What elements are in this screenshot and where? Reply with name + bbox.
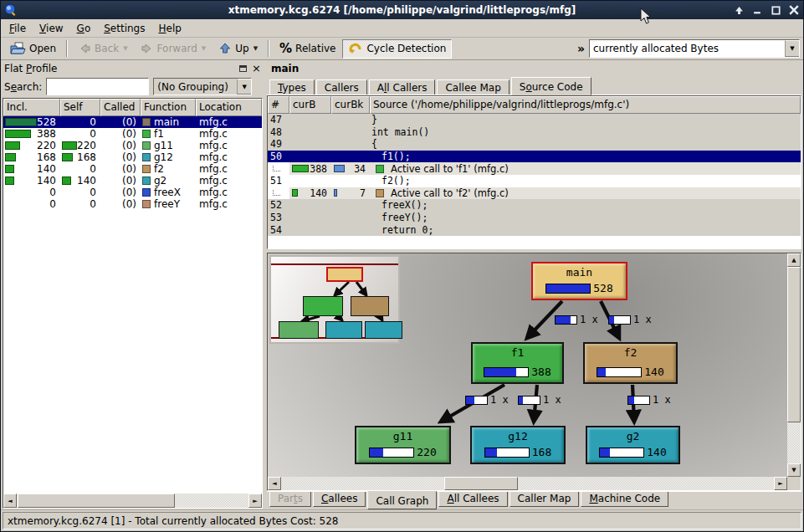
menu-view[interactable]: View <box>33 21 69 36</box>
scroll-right-icon[interactable]: ► <box>774 477 787 490</box>
label-post: elp <box>166 23 182 34</box>
menu-help[interactable]: Help <box>151 21 187 36</box>
source-line-48[interactable]: 48int main() <box>268 126 801 139</box>
scroll-left-icon[interactable]: ◄ <box>268 477 281 490</box>
toolbar-overflow-chevron[interactable]: » <box>574 42 588 55</box>
line-number: 50 <box>268 151 289 163</box>
tab-callers[interactable]: Callers <box>316 79 367 95</box>
forward-dropdown-icon[interactable]: ▼ <box>202 45 206 52</box>
tab-all-callees[interactable]: All Callees <box>438 491 507 507</box>
graph-node-f2[interactable]: f2140 <box>583 342 678 384</box>
incl-cell: 528 <box>3 116 60 128</box>
graph-node-g2[interactable]: g2140 <box>586 426 680 464</box>
column-header-incl[interactable]: Incl. <box>3 99 60 116</box>
dock-header[interactable]: Flat Profile × <box>3 61 263 75</box>
flat-profile-hscrollbar[interactable]: ◄ ► <box>3 494 262 508</box>
tab-call-graph[interactable]: Call Graph <box>367 491 437 509</box>
table-row-freeY[interactable]: 00(0)freeYmfg.c <box>3 198 262 210</box>
menu-go[interactable]: Go <box>70 21 98 36</box>
source-line-53[interactable]: 53freeY(); <box>268 212 801 224</box>
up-dropdown-icon[interactable]: ▼ <box>253 45 258 52</box>
table-row-f1[interactable]: 3880(0)f1mfg.c <box>3 128 262 140</box>
tab-all-callers[interactable]: All Callers <box>369 79 436 95</box>
edge-call-count: 1 x <box>543 394 561 406</box>
tab-source-code[interactable]: Source Code <box>511 77 591 95</box>
dock-float-icon[interactable] <box>239 65 247 72</box>
open-button[interactable]: Open <box>4 39 62 59</box>
source-line-52[interactable]: 52freeX(); <box>268 199 801 212</box>
table-row-f2[interactable]: 1400(0)f2mfg.c <box>3 163 262 175</box>
column-header-line[interactable]: # <box>268 96 289 114</box>
table-row-g11[interactable]: 220220(0)g11mfg.c <box>3 140 262 151</box>
source-line-50[interactable]: 50f1(); <box>268 151 801 163</box>
scrollbar-thumb[interactable] <box>444 477 518 490</box>
combo-dropdown-icon[interactable]: ▼ <box>785 40 799 57</box>
scrollbar-thumb[interactable] <box>787 267 801 422</box>
up-button[interactable]: Up ▼ <box>213 39 264 59</box>
tab-caller-map[interactable]: Caller Map <box>510 491 580 507</box>
scroll-right-icon[interactable]: ► <box>248 494 262 508</box>
combo-dropdown-icon[interactable]: ▼ <box>237 79 251 95</box>
call-graph-view[interactable]: main528f1388f2140g11220g12168g2140 ▲ ▼ ◄… <box>267 253 801 491</box>
tab-parts[interactable]: Parts <box>269 491 311 507</box>
label-pre: Call Graph <box>376 495 428 507</box>
grouping-combo[interactable]: (No Grouping) ▼ <box>153 78 252 95</box>
scroll-left-icon[interactable]: ◄ <box>3 494 17 508</box>
maximize-button[interactable] <box>770 4 781 16</box>
column-header-curbk[interactable]: curBk <box>331 96 370 114</box>
self-cell: 0 <box>60 198 100 210</box>
self-value: 0 <box>90 198 100 210</box>
column-header-called[interactable]: Called <box>100 99 141 116</box>
graph-node-g12[interactable]: g12168 <box>470 426 566 464</box>
graph-overview-map[interactable] <box>269 255 400 344</box>
tab-machine-code[interactable]: Machine Code <box>581 491 668 507</box>
source-call-row[interactable]: 38834Active call to 'f1' (mfg.c) <box>268 162 801 175</box>
forward-button[interactable]: Forward ▼ <box>135 39 213 59</box>
graph-hscrollbar[interactable]: ◄ ► <box>268 477 787 490</box>
column-header-location[interactable]: Location <box>196 99 262 116</box>
incl-value: 168 <box>37 151 60 163</box>
scrollbar-thumb[interactable] <box>18 494 175 508</box>
source-line-51[interactable]: 51f2(); <box>268 175 801 187</box>
tab-types[interactable]: Types <box>269 79 315 95</box>
graph-vscrollbar[interactable]: ▲ ▼ <box>787 253 801 477</box>
search-input[interactable] <box>46 78 149 95</box>
menu-file[interactable]: File <box>3 21 33 36</box>
back-dropdown-icon[interactable]: ▼ <box>123 45 127 52</box>
line-number: 51 <box>268 175 289 187</box>
source-call-row[interactable]: 1407Active call to 'f2' (mfg.c) <box>268 187 801 200</box>
table-row-main[interactable]: 5280(0)mainmfg.c <box>3 116 262 128</box>
scroll-up-icon[interactable]: ▲ <box>787 253 801 267</box>
graph-node-main[interactable]: main528 <box>531 262 627 300</box>
column-header-function[interactable]: Function <box>141 99 196 116</box>
source-line-54[interactable]: 54return 0; <box>268 223 801 236</box>
cost-type-combo[interactable]: currently allocated Bytes ▼ <box>589 39 800 58</box>
scroll-down-icon[interactable]: ▼ <box>787 463 801 477</box>
dock-close-icon[interactable]: × <box>252 64 261 73</box>
cycle-detection-button[interactable]: Cycle Detection <box>342 39 452 59</box>
node-cost-value: 528 <box>593 282 612 294</box>
table-row-g12[interactable]: 168168(0)g12mfg.c <box>3 151 262 163</box>
table-row-freeX[interactable]: 00(0)freeXmfg.c <box>3 187 262 198</box>
minimize-button[interactable] <box>751 4 763 16</box>
column-header-source[interactable]: Source ('/home/philippe/valgrind/littlep… <box>370 96 801 114</box>
titlebar[interactable]: xtmemory.kcg.6274 [/home/philippe/valgri… <box>1 1 803 19</box>
label-post: ypes <box>282 82 305 94</box>
graph-node-g11[interactable]: g11220 <box>355 426 451 464</box>
table-row-g2[interactable]: 140140(0)g2mfg.c <box>3 175 262 187</box>
source-line-47[interactable]: 47} <box>268 114 801 126</box>
tab-callees[interactable]: Callees <box>313 491 366 507</box>
source-line-49[interactable]: 49{ <box>268 138 801 151</box>
relative-button[interactable]: % Relative <box>274 39 341 59</box>
menu-settings[interactable]: Settings <box>97 21 151 36</box>
self-cell: 140 <box>60 175 100 187</box>
column-header-curb[interactable]: curB <box>289 96 331 114</box>
close-button[interactable] <box>788 4 800 16</box>
shade-button[interactable] <box>733 4 745 16</box>
graph-node-f1[interactable]: f1388 <box>471 342 564 384</box>
tab-callee-map[interactable]: Callee Map <box>437 79 509 95</box>
back-button[interactable]: Back ▼ <box>72 39 134 59</box>
column-header-self[interactable]: Self <box>60 99 100 116</box>
source-code-text: f2(); <box>370 175 801 187</box>
self-cell: 0 <box>60 128 100 140</box>
